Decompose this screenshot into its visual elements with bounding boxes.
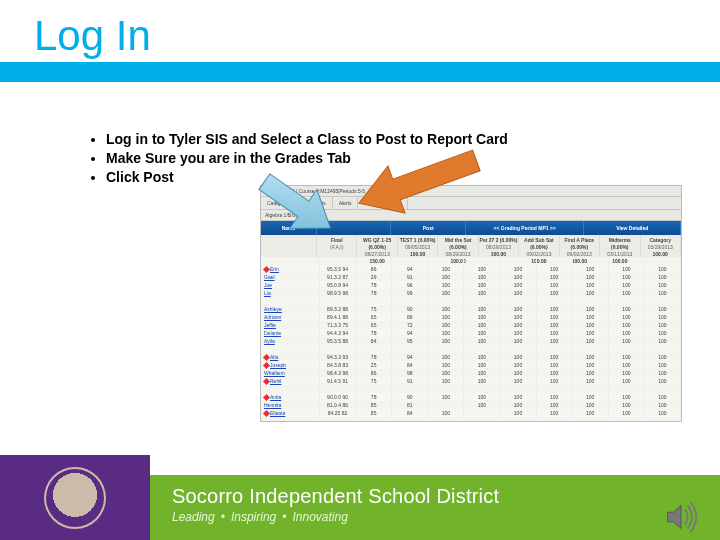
grade-cell[interactable]: 100	[537, 321, 573, 329]
student-name-cell[interactable]: Elleata	[261, 409, 320, 417]
grade-cell[interactable]: 96	[392, 281, 428, 289]
grade-cell[interactable]: 100	[500, 305, 536, 313]
grade-cell[interactable]: 100	[537, 289, 573, 297]
grade-cell[interactable]: 75	[356, 377, 392, 385]
student-name-cell[interactable]: Alia	[261, 353, 320, 361]
grade-cell[interactable]: 100	[537, 281, 573, 289]
grade-cell[interactable]: 100	[573, 305, 609, 313]
grade-cell[interactable]: 100	[645, 305, 681, 313]
grade-cell[interactable]	[428, 401, 464, 409]
grade-cell[interactable]	[428, 297, 464, 305]
grade-cell[interactable]	[609, 345, 645, 353]
grade-cell[interactable]	[428, 385, 464, 393]
grade-cell[interactable]: 100	[645, 273, 681, 281]
grade-cell[interactable]: 100	[645, 289, 681, 297]
tab-alerts[interactable]: Alerts	[333, 197, 359, 209]
grade-cell[interactable]	[645, 297, 681, 305]
grade-cell[interactable]: 100	[645, 265, 681, 273]
grade-cell[interactable]: 100	[645, 329, 681, 337]
grade-cell[interactable]	[645, 345, 681, 353]
grade-cell[interactable]	[573, 345, 609, 353]
grade-cell[interactable]: 100	[500, 377, 536, 385]
grade-cell[interactable]	[500, 297, 536, 305]
grade-cell[interactable]	[609, 297, 645, 305]
grade-cell[interactable]: 94	[392, 329, 428, 337]
grade-cell[interactable]: 100	[537, 265, 573, 273]
grade-cell[interactable]: 99	[392, 289, 428, 297]
grade-cell[interactable]: 100	[573, 329, 609, 337]
view-select[interactable]: Detailed	[629, 225, 648, 231]
grade-cell[interactable]: 100	[573, 393, 609, 401]
grade-cell[interactable]: 100	[609, 289, 645, 297]
grade-cell[interactable]: 100	[609, 353, 645, 361]
student-name-cell[interactable]	[261, 345, 320, 353]
grade-cell[interactable]: 100	[573, 321, 609, 329]
grade-cell[interactable]: 100	[537, 401, 573, 409]
grade-cell[interactable]: 100	[428, 353, 464, 361]
grade-cell[interactable]: 100	[573, 313, 609, 321]
grade-cell[interactable]: 95	[392, 337, 428, 345]
grade-cell[interactable]: 78	[356, 289, 392, 297]
student-name-cell[interactable]: Hennita	[261, 401, 320, 409]
student-name-cell[interactable]: Delanie	[261, 329, 320, 337]
grade-cell[interactable]: 84	[356, 337, 392, 345]
grade-cell[interactable]: 100	[428, 337, 464, 345]
grade-cell[interactable]: 100	[645, 313, 681, 321]
grade-cell[interactable]: 100	[537, 353, 573, 361]
grade-cell[interactable]: 100	[609, 377, 645, 385]
grade-cell[interactable]: 100	[464, 353, 500, 361]
grade-cell[interactable]: 91	[392, 273, 428, 281]
tab-categories[interactable]: Categories & Assignments	[261, 197, 333, 209]
grade-cell[interactable]: 100	[609, 313, 645, 321]
grade-cell[interactable]: 100	[573, 265, 609, 273]
grade-cell[interactable]: 100	[537, 337, 573, 345]
grade-cell[interactable]: 100	[428, 369, 464, 377]
student-name-cell[interactable]: Ayila	[261, 337, 320, 345]
gp-prev[interactable]: <<	[494, 225, 500, 231]
grade-cell[interactable]: 84	[392, 361, 428, 369]
grade-cell[interactable]: 100	[500, 265, 536, 273]
grade-cell[interactable]: 100	[464, 265, 500, 273]
grade-cell[interactable]: 72	[392, 321, 428, 329]
grade-cell[interactable]: 100	[464, 337, 500, 345]
grade-cell[interactable]: 100	[645, 393, 681, 401]
student-name-cell[interactable]: Rehil	[261, 377, 320, 385]
grade-cell[interactable]: 100	[609, 281, 645, 289]
student-name-cell[interactable]: Adriann	[261, 313, 320, 321]
grade-cell[interactable]	[537, 345, 573, 353]
grade-cell[interactable]: 100	[464, 393, 500, 401]
gp-next[interactable]: >>	[550, 225, 556, 231]
grade-cell[interactable]: 100	[609, 401, 645, 409]
grade-cell[interactable]	[356, 297, 392, 305]
grade-cell[interactable]: 100	[464, 369, 500, 377]
grade-cell[interactable]: 100	[464, 377, 500, 385]
grade-cell[interactable]: 100	[428, 321, 464, 329]
grade-cell[interactable]: 29	[356, 273, 392, 281]
grade-cell[interactable]: 100	[428, 313, 464, 321]
student-name-cell[interactable]: Anita	[261, 393, 320, 401]
grade-cell[interactable]: 100	[609, 369, 645, 377]
grade-cell[interactable]	[573, 385, 609, 393]
student-name-cell[interactable]	[261, 257, 320, 265]
grade-cell[interactable]	[356, 345, 392, 353]
grade-cell[interactable]: 100	[464, 321, 500, 329]
grade-cell[interactable]: 81	[392, 401, 428, 409]
grade-cell[interactable]: 100	[573, 409, 609, 417]
grade-cell[interactable]	[356, 257, 392, 265]
grade-cell[interactable]: 100	[573, 289, 609, 297]
student-name-cell[interactable]: Joseph	[261, 361, 320, 369]
grade-cell[interactable]: 100	[573, 369, 609, 377]
grade-cell[interactable]: 100	[645, 281, 681, 289]
grade-cell[interactable]	[609, 257, 645, 265]
grade-cell[interactable]	[392, 345, 428, 353]
grade-cell[interactable]: 86	[356, 265, 392, 273]
grade-cell[interactable]	[392, 257, 428, 265]
grade-cell[interactable]: 100	[573, 281, 609, 289]
grade-cell[interactable]: 100	[464, 361, 500, 369]
grade-cell[interactable]	[428, 257, 464, 265]
grade-cell[interactable]	[609, 385, 645, 393]
grade-cell[interactable]: 100	[537, 369, 573, 377]
student-name-cell[interactable]: Ashleye	[261, 305, 320, 313]
grade-cell[interactable]: 100	[500, 329, 536, 337]
grade-cell[interactable]: 100	[537, 361, 573, 369]
